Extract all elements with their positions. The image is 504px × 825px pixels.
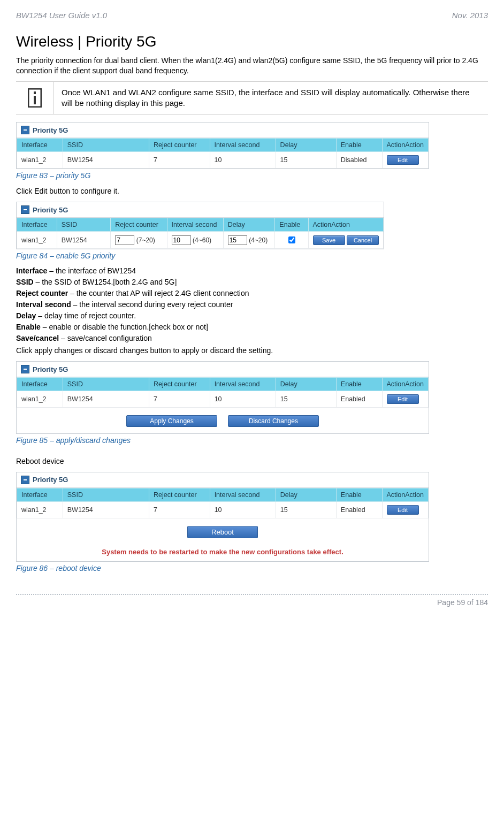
table-row: wlan1_2 BW1254 (7~20) (4~60) (4~20) Save…: [17, 232, 384, 249]
cell-reject: 7: [149, 391, 210, 408]
def-enable: Enable – enable or disable the function.…: [16, 323, 488, 331]
cell-interval: 10: [210, 391, 276, 408]
cell-delay: 15: [276, 391, 336, 408]
col-ssid: SSID: [63, 378, 149, 391]
col-interval: Interval second: [210, 378, 276, 391]
col-ssid: SSID: [63, 488, 149, 501]
cell-reject: 7: [149, 152, 210, 169]
table-header-row: Interface SSID Reject counter Interval s…: [17, 378, 429, 391]
def-reject: Reject counter – the counter that AP wil…: [16, 289, 488, 297]
info-note-box: Once WLAN1 and WLAN2 configure same SSID…: [16, 81, 488, 115]
cell-interval: 10: [210, 501, 276, 518]
col-reject: Reject counter: [149, 488, 210, 501]
svg-rect-2: [34, 96, 36, 104]
cell-ssid: BW1254: [63, 501, 149, 518]
col-reject: Reject counter: [111, 218, 167, 232]
reject-range: (7~20): [136, 236, 155, 244]
page-header: BW1254 User Guide v1.0 Nov. 2013: [16, 11, 488, 20]
reboot-heading: Reboot device: [16, 456, 488, 467]
panel-header: Priority 5G: [17, 362, 429, 377]
apply-changes-button[interactable]: Apply Changes: [126, 415, 217, 427]
cell-action: Edit: [382, 391, 428, 408]
system-restart-message: System needs to be restarted to make the…: [17, 545, 429, 561]
svg-rect-1: [34, 91, 36, 94]
screenshot-fig83: Priority 5G Interface SSID Reject counte…: [16, 122, 429, 169]
enable-checkbox[interactable]: [288, 236, 295, 243]
col-delay: Delay: [223, 218, 275, 232]
col-action: ActionAction: [382, 488, 428, 501]
panel-header: Priority 5G: [17, 202, 384, 218]
col-enable: Enable: [336, 378, 382, 391]
table-header-row: Interface SSID Reject counter Interval s…: [17, 488, 429, 501]
col-enable: Enable: [336, 139, 382, 152]
cancel-button[interactable]: Cancel: [347, 235, 379, 245]
screenshot-fig85: Priority 5G Interface SSID Reject counte…: [16, 361, 429, 434]
doc-date: Nov. 2013: [452, 11, 488, 20]
priority-table: Interface SSID Reject counter Interval s…: [17, 377, 429, 408]
info-note-text: Once WLAN1 and WLAN2 configure same SSID…: [54, 82, 488, 114]
col-interface: Interface: [17, 488, 63, 501]
col-reject: Reject counter: [149, 139, 210, 152]
cell-enable-checkbox: [275, 232, 308, 249]
col-ssid: SSID: [57, 218, 110, 232]
cell-interface: wlan1_2: [17, 501, 63, 518]
edit-button[interactable]: Edit: [387, 394, 419, 404]
panel-title: Priority 5G: [33, 126, 68, 134]
cell-ssid: BW1254: [63, 152, 149, 169]
cell-interval-edit: (4~60): [167, 232, 223, 249]
col-delay: Delay: [276, 378, 336, 391]
delay-input[interactable]: [228, 235, 247, 245]
collapse-icon: [21, 126, 29, 134]
cell-action: Edit: [382, 152, 428, 169]
priority-table-edit: Interface SSID Reject counter Interval s…: [17, 218, 384, 249]
save-button[interactable]: Save: [313, 235, 345, 245]
col-delay: Delay: [276, 139, 336, 152]
collapse-icon: [21, 365, 29, 373]
doc-title: BW1254 User Guide v1.0: [16, 11, 107, 20]
def-ssid: SSID – the SSID of BW1254.[both 2.4G and…: [16, 278, 488, 286]
panel-title: Priority 5G: [33, 206, 68, 214]
table-header-row: Interface SSID Reject counter Interval s…: [17, 218, 384, 232]
apply-discard-row: Apply Changes Discard Changes: [17, 408, 429, 433]
edit-button[interactable]: Edit: [387, 505, 419, 515]
interval-range: (4~60): [193, 236, 211, 244]
panel-header: Priority 5G: [17, 472, 429, 488]
col-ssid: SSID: [63, 139, 149, 152]
cell-interface: wlan1_2: [17, 152, 63, 169]
cell-interface: wlan1_2: [17, 232, 57, 249]
reboot-row: Reboot: [17, 518, 429, 545]
col-enable: Enable: [336, 488, 382, 501]
col-interface: Interface: [17, 139, 63, 152]
screenshot-fig86: Priority 5G Interface SSID Reject counte…: [16, 472, 429, 562]
col-interval: Interval second: [210, 139, 276, 152]
intro-text: The priority connection for dual band cl…: [16, 56, 488, 76]
col-enable: Enable: [275, 218, 308, 232]
discard-changes-button[interactable]: Discard Changes: [228, 415, 319, 427]
col-reject: Reject counter: [149, 378, 210, 391]
figure-caption-84: Figure 84 – enable 5G priority: [16, 251, 488, 260]
def-delay: Delay – delay time of reject counter.: [16, 311, 488, 320]
info-icon: [16, 82, 54, 114]
page-footer: Page 59 of 184: [16, 594, 488, 607]
priority-table: Interface SSID Reject counter Interval s…: [17, 488, 429, 518]
interval-input[interactable]: [172, 235, 191, 245]
col-interval: Interval second: [210, 488, 276, 501]
screenshot-fig84: Priority 5G Interface SSID Reject counte…: [16, 202, 384, 249]
reject-input[interactable]: [115, 235, 134, 245]
reboot-button[interactable]: Reboot: [187, 526, 258, 538]
panel-header: Priority 5G: [17, 123, 429, 138]
col-action: ActionAction: [382, 139, 428, 152]
figure-caption-86: Figure 86 – reboot device: [16, 564, 488, 572]
col-action: ActionAction: [308, 218, 383, 232]
table-header-row: Interface SSID Reject counter Interval s…: [17, 139, 429, 152]
edit-button[interactable]: Edit: [387, 155, 419, 165]
section-heading: Wireless | Priority 5G: [16, 33, 488, 50]
def-interval: Interval second – the interval second du…: [16, 300, 488, 309]
cell-enable: Enabled: [336, 501, 382, 518]
cell-enable: Disabled: [336, 152, 382, 169]
cell-ssid: BW1254: [57, 232, 110, 249]
apply-instruction: Click apply changes or discard changes b…: [16, 346, 488, 356]
edit-instruction: Click Edit button to configure it.: [16, 186, 488, 196]
table-row: wlan1_2 BW1254 7 10 15 Enabled Edit: [17, 391, 429, 408]
cell-action: Edit: [382, 501, 428, 518]
